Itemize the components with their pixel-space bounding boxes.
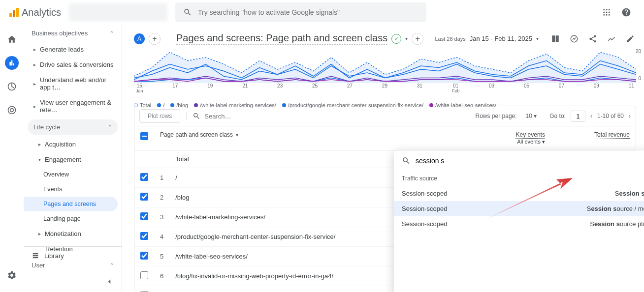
caret-right-icon: ▸ [33, 81, 36, 87]
svg-point-7 [606, 12, 608, 13]
page-info: 1-10 of 60 [597, 113, 624, 119]
help-icon[interactable] [620, 6, 632, 18]
svg-rect-2 [16, 8, 19, 17]
plot-rows-button[interactable]: Plot rows [139, 109, 180, 123]
edit-icon[interactable] [624, 33, 636, 45]
nav-events[interactable]: Events [24, 182, 122, 197]
nav-understand-web[interactable]: ▸Understand web and/or app t… [24, 72, 122, 95]
nav-overview[interactable]: Overview [24, 167, 122, 182]
svg-point-8 [609, 12, 610, 13]
svg-point-13 [8, 107, 16, 114]
apps-icon[interactable] [601, 6, 612, 18]
caret-right-icon: ▸ [33, 62, 36, 67]
add-button[interactable]: + [412, 33, 423, 45]
nav-monetization[interactable]: ▸Monetization [24, 226, 122, 241]
logo[interactable]: Analytics [8, 6, 61, 18]
rail-explore[interactable] [5, 80, 19, 93]
chevron-up-icon: ⌃ [108, 124, 112, 130]
nav-landing-page[interactable]: Landing page [24, 211, 122, 226]
dropdown-option[interactable]: Session-scoped Session source platform [394, 216, 644, 232]
svg-rect-15 [552, 35, 555, 42]
analytics-logo-icon [8, 6, 20, 18]
svg-point-5 [609, 9, 610, 10]
date-range-text: Jan 15 - Feb 11, 2025 [470, 35, 532, 42]
line-chart [134, 49, 636, 83]
chevron-down-icon: ▾ [536, 36, 539, 41]
global-search[interactable] [175, 2, 426, 22]
row-checkbox[interactable] [140, 173, 148, 181]
search-icon [183, 8, 192, 17]
col-key-events: Key events All events ▾ [478, 126, 551, 150]
section-business-objectives[interactable]: Business objectives ⌃ [24, 25, 122, 42]
nav-acquisition[interactable]: ▸Acquisition [24, 137, 122, 152]
chart-legend: Total//blog/white-label-marketing-servic… [134, 102, 636, 108]
nav-engagement[interactable]: ▾Engagement [24, 152, 122, 167]
share-icon[interactable] [587, 33, 599, 45]
caret-right-icon: ▸ [38, 231, 41, 236]
chevron-down-icon: ▾ [236, 132, 238, 138]
insights-icon[interactable] [568, 33, 580, 45]
rows-per-page-label: Rows per page: [476, 113, 517, 119]
svg-point-3 [603, 9, 605, 10]
svg-point-9 [603, 14, 605, 16]
svg-point-11 [609, 14, 610, 16]
add-comparison-button[interactable]: + [149, 33, 161, 45]
page-title: Pages and screens: Page path and screen … [176, 32, 387, 45]
page-prev-icon[interactable]: ‹ [590, 113, 592, 119]
nav-pages-screens[interactable]: Pages and screens [24, 197, 118, 211]
row-checkbox[interactable] [140, 271, 148, 279]
customize-icon[interactable] [549, 33, 561, 45]
svg-rect-1 [13, 10, 15, 17]
nav-generate-leads[interactable]: ▸Generate leads [24, 42, 122, 57]
caret-down-icon: ▾ [38, 157, 41, 162]
date-preset-label: Last 28 days [435, 36, 465, 42]
row-checkbox[interactable] [140, 212, 148, 220]
search-icon [402, 156, 411, 165]
dd-col-group: Traffic source [402, 175, 437, 182]
global-search-input[interactable] [198, 8, 419, 16]
dimension-selector[interactable]: Page path and screen class ▾ [160, 131, 472, 138]
goto-input[interactable] [571, 111, 585, 122]
caret-right-icon: ▸ [33, 47, 36, 52]
rail-advertising[interactable] [5, 103, 19, 117]
svg-point-14 [10, 109, 14, 112]
property-selector[interactable] [69, 3, 167, 21]
row-checkbox[interactable] [140, 193, 148, 201]
trend-icon[interactable] [606, 33, 617, 45]
dropdown-option[interactable]: Session-scoped Session source [394, 186, 644, 201]
table-search-input[interactable] [204, 113, 469, 120]
date-range-picker[interactable]: Last 28 days Jan 15 - Feb 11, 2025 ▾ [435, 35, 539, 42]
rail-home[interactable] [5, 32, 19, 46]
col-revenue: Total revenue [551, 126, 636, 150]
chevron-up-icon: ⌃ [110, 30, 114, 36]
nav-drive-sales[interactable]: ▸Drive sales & conversions [24, 57, 122, 72]
row-checkbox[interactable] [140, 232, 148, 240]
section-lifecycle[interactable]: Life cycle ⌃ [28, 119, 118, 135]
caret-right-icon: ▸ [33, 104, 36, 109]
row-checkbox[interactable] [140, 252, 148, 260]
chevron-left-icon [105, 277, 114, 286]
nav-library[interactable]: Library [24, 246, 122, 264]
rows-per-page-select[interactable]: 10 ▾ [522, 113, 545, 119]
y-tick-bottom: 0 [638, 76, 641, 81]
dropdown-option[interactable]: Session-scoped Session source / medium [394, 201, 644, 216]
section-label: Life cycle [33, 123, 60, 131]
product-name: Analytics [22, 7, 61, 18]
account-avatar[interactable]: A [134, 33, 145, 44]
goto-label: Go to: [549, 113, 566, 119]
chevron-down-icon[interactable]: ▾ [405, 36, 408, 41]
y-tick-top: 20 [636, 49, 641, 54]
page-next-icon[interactable]: › [629, 113, 631, 119]
section-label: Business objectives [32, 29, 88, 37]
collapse-sidebar-button[interactable] [105, 277, 114, 286]
rail-reports[interactable] [5, 56, 19, 70]
dimension-search-input[interactable] [416, 157, 644, 165]
svg-point-4 [606, 9, 608, 10]
svg-rect-0 [9, 13, 12, 17]
table-toolbar: Plot rows Rows per page: 10 ▾ Go to: ‹ 1… [134, 106, 636, 126]
select-all-checkbox[interactable] [140, 132, 148, 140]
rail-admin[interactable] [5, 268, 19, 282]
nav-view-engagement[interactable]: ▸View user engagement & rete… [24, 95, 122, 117]
svg-point-6 [603, 12, 605, 13]
caret-right-icon: ▸ [38, 142, 41, 147]
